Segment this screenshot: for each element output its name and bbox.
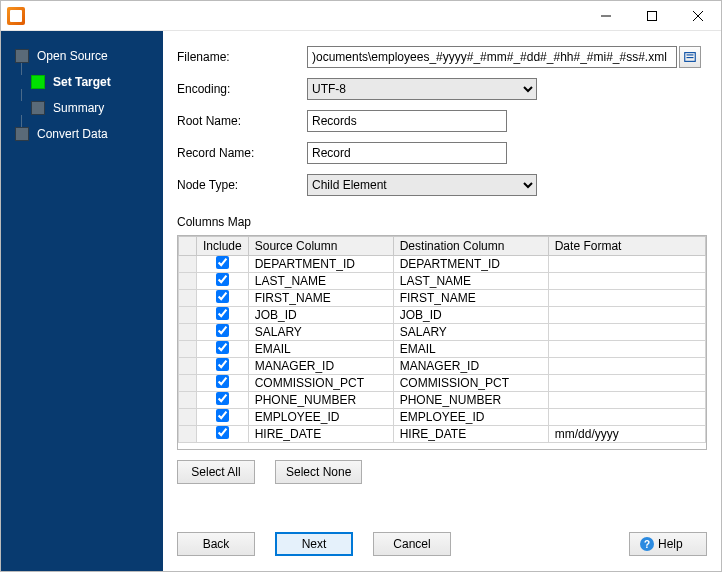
dateformat-cell[interactable] [548, 324, 705, 341]
select-all-button[interactable]: Select All [177, 460, 255, 484]
wizard-step[interactable]: Set Target [1, 69, 163, 95]
include-checkbox[interactable] [216, 324, 229, 337]
step-label: Set Target [53, 75, 111, 89]
row-header[interactable] [179, 358, 197, 375]
encoding-select[interactable]: UTF-8 [307, 78, 537, 100]
table-row[interactable]: DEPARTMENT_IDDEPARTMENT_ID [179, 256, 706, 273]
include-checkbox[interactable] [216, 273, 229, 286]
wizard-sidebar: Open SourceSet TargetSummaryConvert Data [1, 31, 163, 572]
source-cell[interactable]: DEPARTMENT_ID [248, 256, 393, 273]
nodetype-select[interactable]: Child Element [307, 174, 537, 196]
table-row[interactable]: EMPLOYEE_IDEMPLOYEE_ID [179, 409, 706, 426]
col-dateformat-header[interactable]: Date Format [548, 237, 705, 256]
include-checkbox[interactable] [216, 358, 229, 371]
nodetype-label: Node Type: [177, 178, 307, 192]
step-box-icon [31, 101, 45, 115]
table-row[interactable]: HIRE_DATEHIRE_DATEmm/dd/yyyy [179, 426, 706, 443]
destination-cell[interactable]: EMPLOYEE_ID [393, 409, 548, 426]
table-row[interactable]: EMAILEMAIL [179, 341, 706, 358]
dateformat-cell[interactable] [548, 341, 705, 358]
source-cell[interactable]: SALARY [248, 324, 393, 341]
destination-cell[interactable]: FIRST_NAME [393, 290, 548, 307]
source-cell[interactable]: PHONE_NUMBER [248, 392, 393, 409]
include-checkbox[interactable] [216, 290, 229, 303]
wizard-step[interactable]: Open Source [1, 43, 163, 69]
source-cell[interactable]: FIRST_NAME [248, 290, 393, 307]
step-label: Summary [53, 101, 104, 115]
step-label: Open Source [37, 49, 108, 63]
dateformat-cell[interactable]: mm/dd/yyyy [548, 426, 705, 443]
dateformat-cell[interactable] [548, 290, 705, 307]
dateformat-cell[interactable] [548, 375, 705, 392]
source-cell[interactable]: EMPLOYEE_ID [248, 409, 393, 426]
wizard-step[interactable]: Convert Data [1, 121, 163, 147]
recordname-input[interactable] [307, 142, 507, 164]
table-row[interactable]: COMMISSION_PCTCOMMISSION_PCT [179, 375, 706, 392]
col-include-header[interactable]: Include [197, 237, 249, 256]
table-row[interactable]: SALARYSALARY [179, 324, 706, 341]
table-row[interactable]: FIRST_NAMEFIRST_NAME [179, 290, 706, 307]
include-checkbox[interactable] [216, 256, 229, 269]
destination-cell[interactable]: MANAGER_ID [393, 358, 548, 375]
source-cell[interactable]: MANAGER_ID [248, 358, 393, 375]
source-cell[interactable]: JOB_ID [248, 307, 393, 324]
source-cell[interactable]: COMMISSION_PCT [248, 375, 393, 392]
dateformat-cell[interactable] [548, 358, 705, 375]
wizard-step[interactable]: Summary [1, 95, 163, 121]
source-cell[interactable]: HIRE_DATE [248, 426, 393, 443]
row-header[interactable] [179, 256, 197, 273]
destination-cell[interactable]: LAST_NAME [393, 273, 548, 290]
svg-rect-1 [648, 11, 657, 20]
include-checkbox[interactable] [216, 307, 229, 320]
col-source-header[interactable]: Source Column [248, 237, 393, 256]
destination-cell[interactable]: PHONE_NUMBER [393, 392, 548, 409]
help-button[interactable]: ? Help [629, 532, 707, 556]
help-label: Help [658, 537, 683, 551]
source-cell[interactable]: EMAIL [248, 341, 393, 358]
minimize-button[interactable] [583, 1, 629, 31]
destination-cell[interactable]: DEPARTMENT_ID [393, 256, 548, 273]
include-checkbox[interactable] [216, 392, 229, 405]
table-row[interactable]: LAST_NAMELAST_NAME [179, 273, 706, 290]
select-none-button[interactable]: Select None [275, 460, 362, 484]
include-checkbox[interactable] [216, 375, 229, 388]
filename-input[interactable] [307, 46, 677, 68]
maximize-button[interactable] [629, 1, 675, 31]
dateformat-cell[interactable] [548, 409, 705, 426]
include-checkbox[interactable] [216, 426, 229, 439]
svg-rect-6 [687, 57, 694, 58]
source-cell[interactable]: LAST_NAME [248, 273, 393, 290]
back-button[interactable]: Back [177, 532, 255, 556]
row-header[interactable] [179, 392, 197, 409]
destination-cell[interactable]: COMMISSION_PCT [393, 375, 548, 392]
columns-map-label: Columns Map [177, 215, 707, 229]
row-header[interactable] [179, 290, 197, 307]
destination-cell[interactable]: EMAIL [393, 341, 548, 358]
row-header[interactable] [179, 341, 197, 358]
table-row[interactable]: MANAGER_IDMANAGER_ID [179, 358, 706, 375]
table-row[interactable]: PHONE_NUMBERPHONE_NUMBER [179, 392, 706, 409]
row-header[interactable] [179, 307, 197, 324]
dateformat-cell[interactable] [548, 392, 705, 409]
row-header[interactable] [179, 273, 197, 290]
next-button[interactable]: Next [275, 532, 353, 556]
destination-cell[interactable]: SALARY [393, 324, 548, 341]
col-destination-header[interactable]: Destination Column [393, 237, 548, 256]
table-row[interactable]: JOB_IDJOB_ID [179, 307, 706, 324]
columns-grid[interactable]: Include Source Column Destination Column… [177, 235, 707, 450]
row-header[interactable] [179, 409, 197, 426]
rootname-input[interactable] [307, 110, 507, 132]
row-header[interactable] [179, 426, 197, 443]
dateformat-cell[interactable] [548, 307, 705, 324]
include-checkbox[interactable] [216, 409, 229, 422]
destination-cell[interactable]: HIRE_DATE [393, 426, 548, 443]
cancel-button[interactable]: Cancel [373, 532, 451, 556]
dateformat-cell[interactable] [548, 256, 705, 273]
browse-button[interactable] [679, 46, 701, 68]
include-checkbox[interactable] [216, 341, 229, 354]
row-header[interactable] [179, 375, 197, 392]
row-header[interactable] [179, 324, 197, 341]
destination-cell[interactable]: JOB_ID [393, 307, 548, 324]
close-button[interactable] [675, 1, 721, 31]
dateformat-cell[interactable] [548, 273, 705, 290]
